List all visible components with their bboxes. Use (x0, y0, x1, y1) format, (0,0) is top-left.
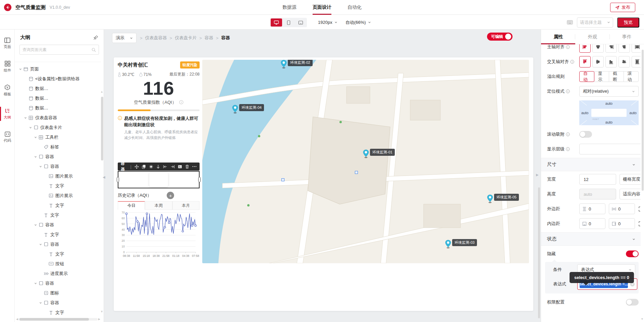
breadcrumb-item[interactable]: 容器 (205, 35, 213, 41)
chevron-down-icon[interactable] (33, 223, 38, 227)
height-unit-select[interactable]: 适应内容 (620, 189, 641, 199)
chevron-down-icon[interactable] (23, 116, 28, 120)
info-icon[interactable] (566, 147, 570, 151)
tree-item-容器[interactable]: 容器 (15, 162, 101, 171)
inset-bottom-value[interactable]: auto (579, 120, 639, 124)
tree-item-设备属性数据供给器[interactable]: <设备属性>数据供给器 (15, 74, 101, 84)
delete-icon[interactable] (185, 165, 189, 169)
canvas-vertical-scrollbar[interactable] (538, 187, 540, 318)
overflow-scroll[interactable]: 滚动 (624, 71, 639, 82)
info-icon[interactable] (566, 132, 570, 136)
cross-axis-end-button[interactable] (605, 56, 617, 67)
nav-tab-automation[interactable]: 自动化 (347, 0, 362, 15)
section-size[interactable]: 尺寸 (541, 158, 641, 171)
tree-item-AQI随机生成数据…[interactable]: 数据… (15, 84, 101, 93)
duplicate-icon[interactable] (142, 165, 146, 169)
chevron-down-icon[interactable] (33, 136, 38, 139)
tree-item-AQI随机生成数据…[interactable]: 数据… (15, 103, 101, 113)
inset-top-value[interactable]: auto (579, 101, 639, 105)
info-icon[interactable] (566, 89, 570, 93)
rail-item-大纲[interactable]: 大纲 (0, 104, 15, 124)
outline-horizontal-scrollbar[interactable]: ◀ ▶ (16, 318, 100, 321)
tab-this-week[interactable]: 本周 (145, 201, 172, 210)
overflow-clip[interactable]: 截断 (609, 71, 624, 82)
margin-horizontal-input[interactable]: 0 (609, 203, 635, 214)
inset-editor[interactable]: auto auto auto auto INSET (579, 100, 639, 125)
add-button[interactable]: + (167, 192, 174, 199)
tree-item-图片展示[interactable]: 图片展示 (15, 171, 101, 181)
tree-item-AQI随机生成数据…[interactable]: 数据… (15, 93, 101, 103)
info-icon[interactable] (570, 60, 574, 64)
tree-item-仪表盘卡片[interactable]: 仪表盘卡片 (15, 123, 101, 132)
shortcut-keyboard-icon[interactable] (567, 20, 573, 25)
scroll-left-icon[interactable]: ◀ (16, 318, 18, 321)
component-icon[interactable] (149, 165, 153, 169)
insert-before-icon[interactable] (163, 165, 167, 169)
map-selected-poi[interactable] (281, 178, 284, 181)
canvas-width-dropdown[interactable]: 1920px (318, 15, 337, 30)
nav-tab-page-design[interactable]: 页面设计 (313, 0, 331, 15)
chevron-down-icon[interactable] (38, 243, 43, 246)
more-icon[interactable] (192, 166, 197, 167)
map-marker-环境监测-03[interactable]: 环境监测-03 (445, 239, 477, 248)
tab-events[interactable]: 事件 (610, 30, 644, 44)
section-state[interactable]: 状态 (541, 232, 641, 246)
rail-item-代码[interactable]: 代码 (0, 128, 15, 147)
pin-icon[interactable] (93, 35, 98, 40)
padding-expand-icon[interactable] (638, 221, 641, 227)
tree-item-容器[interactable]: 容器 (15, 152, 101, 162)
main-axis-center-button[interactable] (592, 44, 604, 53)
tree-item-文字[interactable]: 文字 (15, 230, 101, 239)
permission-toggle[interactable] (626, 299, 639, 306)
tab-appearance[interactable]: 外观 (575, 30, 609, 44)
rail-item-组件[interactable]: 组件 (0, 57, 15, 77)
z-index-input[interactable] (579, 144, 641, 154)
map-marker-环境监测-01[interactable]: 环境监测-01 (363, 149, 395, 158)
cross-axis-baseline-button[interactable] (619, 56, 630, 67)
rail-item-页面[interactable]: 页面 (0, 34, 15, 53)
breadcrumb-item[interactable]: 仪表盘卡片 (175, 35, 197, 41)
chevron-down-icon[interactable] (33, 155, 38, 158)
tree-item-容器[interactable]: 容器 (15, 298, 101, 308)
scroll-snap-toggle[interactable] (579, 131, 592, 138)
inset-right-value[interactable]: auto (630, 111, 637, 115)
tree-item-图片展示[interactable]: 图片展示 (15, 191, 101, 200)
tree-item-容器[interactable]: 容器 (15, 278, 101, 288)
insert-after-icon[interactable] (170, 165, 175, 169)
tree-item-标签[interactable]: 标签 (15, 142, 101, 152)
map-selected-poi[interactable] (355, 171, 358, 174)
replace-image-icon[interactable] (178, 165, 182, 169)
chevron-down-icon[interactable] (38, 301, 43, 305)
tab-this-month[interactable]: 本月 (172, 201, 200, 210)
main-axis-stretch-button[interactable] (632, 44, 641, 53)
theme-select[interactable]: 请选择主题 (577, 17, 613, 28)
overflow-visible[interactable]: 显示 (594, 71, 609, 82)
tree-item-页面[interactable]: 页面 (15, 64, 101, 74)
chevron-down-icon[interactable] (38, 165, 43, 168)
cross-axis-center-button[interactable] (592, 56, 604, 67)
collapse-outline-handle[interactable]: ◀ (103, 175, 105, 179)
cross-axis-start-button[interactable] (579, 56, 591, 67)
outline-search-input[interactable] (22, 47, 92, 52)
hidden-toggle[interactable] (626, 250, 639, 257)
chevron-down-icon[interactable] (28, 126, 33, 129)
editable-toggle[interactable]: 可编辑 (487, 33, 513, 41)
resize-handle-right[interactable] (198, 177, 201, 182)
tab-properties[interactable]: 属性 (541, 30, 575, 44)
scroll-down-icon[interactable]: ▼ (100, 310, 103, 313)
main-axis-start-button[interactable] (579, 44, 591, 53)
main-axis-baseline-button[interactable] (619, 44, 630, 53)
collapse-inspector-handle[interactable]: ▶ (536, 173, 539, 177)
scroll-right-icon[interactable]: ▶ (98, 318, 100, 321)
main-axis-end-button[interactable] (605, 44, 617, 53)
tree-item-容器[interactable]: 容器 (15, 220, 101, 230)
chevron-down-icon[interactable] (33, 282, 38, 285)
margin-expand-icon[interactable] (638, 206, 641, 212)
breadcrumb-item[interactable]: 仪表盘容器 (145, 35, 167, 41)
resize-handle-left[interactable] (117, 177, 119, 182)
inset-left-value[interactable]: auto (581, 111, 588, 115)
map-widget[interactable]: 环境监测-02环境监测-04环境监测-01环境监测-05环境监测-03 (202, 60, 529, 263)
page-select[interactable]: 演示 (112, 33, 137, 43)
map-marker-环境监测-04[interactable]: 环境监测-04 (232, 104, 264, 113)
width-input[interactable]: 12 (579, 174, 616, 185)
